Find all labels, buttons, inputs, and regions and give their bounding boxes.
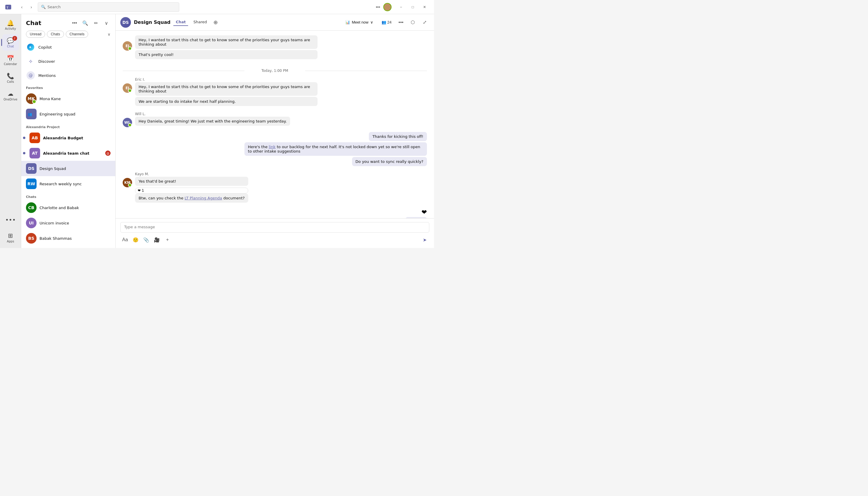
msg-bubble-kayo-2: Btw, can you check the LT Planning Agend… <box>135 193 248 203</box>
tab-channels[interactable]: Channels <box>66 31 88 38</box>
chat-item-alex-team[interactable]: AT Alexandria team chat @ <box>21 145 115 161</box>
avatar-eric: EI <box>123 83 132 93</box>
msg-sender-kayo: Kayo M. <box>135 172 248 176</box>
add-button[interactable]: + <box>163 235 172 245</box>
meet-now-label: Meet now <box>352 20 368 25</box>
msg-content-will: Will L. Hey Daniela, great timing! We ju… <box>135 112 290 127</box>
emoji-button[interactable]: 🙂 <box>131 235 140 245</box>
chat-area: DS Design Squad Chat Shared ⊕ 📊 Meet now… <box>116 14 434 248</box>
msg-bubble-kayo-1: Yes that'd be great! <box>135 177 248 186</box>
participants-count: 24 <box>387 20 391 25</box>
chat-item-design-squad[interactable]: DS Design Squad <box>21 161 115 176</box>
close-button[interactable]: ✕ <box>419 2 431 12</box>
sidebar-item-calendar[interactable]: 📅 Calendar <box>2 52 19 68</box>
chat-item-alex-budget[interactable]: AB Alexandria Budget <box>21 130 115 145</box>
sidebar-item-apps[interactable]: ⊞ Apps <box>2 229 19 246</box>
msg-content-mine-1: Thanks for kicking this off! Here's the … <box>244 132 427 167</box>
meet-now-chevron: ∨ <box>370 20 373 25</box>
copilot-label: Copilot <box>38 45 52 49</box>
back-button[interactable]: ‹ <box>18 3 26 11</box>
attach-button[interactable]: 📎 <box>141 235 151 245</box>
chat-item-babak-shammas[interactable]: BS Babak Shammas <box>21 231 115 246</box>
chat-meta-alex-team: @ <box>105 151 110 156</box>
msg-sender-will: Will L. <box>135 112 290 116</box>
sidebar-item-onedrive[interactable]: ☁ OneDrive <box>2 87 19 104</box>
chat-item-charlotte-babak[interactable]: CB Charlotte and Babak <box>21 200 115 215</box>
chat-info-charlotte-babak: Charlotte and Babak <box>40 205 110 210</box>
search-button[interactable]: 🔍 <box>81 19 89 27</box>
expand-chat-button[interactable]: ⤢ <box>420 18 429 27</box>
avatar-babak-shammas: BS <box>26 233 36 244</box>
sidebar-item-discover[interactable]: ✧ Discover <box>21 54 115 68</box>
format-button[interactable]: Aa <box>120 235 130 245</box>
meet-now-icon: 📊 <box>345 20 350 25</box>
window-controls: − □ ✕ <box>395 2 431 12</box>
more-button[interactable]: ••• <box>374 3 382 11</box>
msg-bubble-mine-1: Thanks for kicking this off! <box>369 132 427 141</box>
participants-button[interactable]: 👥 24 <box>379 19 394 26</box>
expand-button[interactable]: ∨ <box>102 19 110 27</box>
popout-button[interactable]: ⬡ <box>408 18 418 27</box>
section-favorites: Favorites <box>21 82 115 91</box>
chat-panel: Chat ••• 🔍 ✏ ∨ Unread Chats Channels ∨ ✦ <box>21 14 116 248</box>
discover-label: Discover <box>38 59 55 64</box>
send-button[interactable]: ➤ <box>420 235 429 245</box>
tab-chat[interactable]: Chat <box>174 18 188 26</box>
chat-item-eng-squad[interactable]: 👥 Engineering squad <box>21 106 115 122</box>
teams-logo: T <box>3 2 13 12</box>
message-group-mine-2: ❤️ Will do! <box>123 208 427 218</box>
avatar-eng-squad: 👥 <box>26 109 36 119</box>
icon-rail: 🔔 Activity 💬 Chat 2 📅 Calendar 📞 Calls ☁… <box>0 14 21 248</box>
sidebar-item-more[interactable]: ••• <box>2 212 19 228</box>
onedrive-label: OneDrive <box>3 98 17 101</box>
minimize-button[interactable]: − <box>395 2 407 12</box>
tab-shared[interactable]: Shared <box>191 18 209 26</box>
msg-bubble-eric-1: Hey, I wanted to start this chat to get … <box>135 82 317 96</box>
msg-content-eric: Eric I. Hey, I wanted to start this chat… <box>135 77 317 107</box>
tab-chats[interactable]: Chats <box>47 31 64 38</box>
mention-badge-alex-team: @ <box>105 151 110 156</box>
avatar-unicorn: UI <box>26 218 36 228</box>
chat-list: ✦ Copilot ✧ Discover @ Mentions Favorite… <box>21 40 115 248</box>
unread-bullet-alex-team <box>23 152 25 154</box>
maximize-button[interactable]: □ <box>407 2 419 12</box>
sidebar-item-chat[interactable]: 💬 Chat 2 <box>2 34 19 51</box>
compose-button[interactable]: ✏ <box>92 19 100 27</box>
filter-expand-button[interactable]: ∨ <box>108 32 110 36</box>
chat-info-unicorn: Unicorn invoice <box>40 221 110 225</box>
lt-planning-link[interactable]: LT Planning Agenda <box>184 196 222 200</box>
onedrive-icon: ☁ <box>8 90 14 97</box>
reaction-heart[interactable]: ❤️ 1 <box>135 188 248 193</box>
backlog-link[interactable]: link <box>269 145 276 149</box>
meet-button[interactable]: 🎥 <box>152 235 162 245</box>
sidebar-item-mentions[interactable]: @ Mentions <box>21 68 115 82</box>
unread-bullet-alex-budget <box>23 137 25 139</box>
section-chats: Chats <box>21 191 115 200</box>
sidebar-item-calls[interactable]: 📞 Calls <box>2 69 19 86</box>
avatar-will: WL <box>123 118 132 127</box>
forward-button[interactable]: › <box>27 3 35 11</box>
tab-unread[interactable]: Unread <box>26 31 45 38</box>
more-icon: ••• <box>5 216 16 223</box>
more-options-button[interactable]: ••• <box>396 18 406 27</box>
chat-item-unicorn[interactable]: UI Unicorn invoice <box>21 215 115 231</box>
meet-now-button[interactable]: 📊 Meet now ∨ <box>342 18 376 26</box>
chat-item-marie[interactable]: MB Marie Beaudouin <box>21 246 115 248</box>
chat-item-mona[interactable]: MK Mona Kane <box>21 91 115 106</box>
emoji-reaction: ❤️ <box>422 208 427 216</box>
sidebar-item-activity[interactable]: 🔔 Activity <box>2 16 19 33</box>
chat-item-research-sync[interactable]: RW Research weekly sync <box>21 176 115 191</box>
add-tab-button[interactable]: ⊕ <box>212 18 219 27</box>
search-bar[interactable]: 🔍 Search <box>38 2 179 12</box>
compose-actions: Aa 🙂 📎 🎥 + ➤ <box>120 235 429 245</box>
msg-bubble-mine-3: Do you want to sync really quickly? <box>352 157 427 166</box>
msg-sender-eric: Eric I. <box>135 77 317 81</box>
chat-info-alex-budget: Alexandria Budget <box>43 136 110 140</box>
chat-options-button[interactable]: ••• <box>71 19 79 27</box>
chat-name-alex-team: Alexandria team chat <box>43 151 102 156</box>
compose-input[interactable] <box>120 222 429 233</box>
sidebar-item-copilot[interactable]: ✦ Copilot <box>21 40 115 54</box>
msg-bubble-early-1: Hey, I wanted to start this chat to get … <box>135 35 317 49</box>
chat-info-alex-team: Alexandria team chat <box>43 151 102 156</box>
user-avatar[interactable] <box>383 3 391 11</box>
